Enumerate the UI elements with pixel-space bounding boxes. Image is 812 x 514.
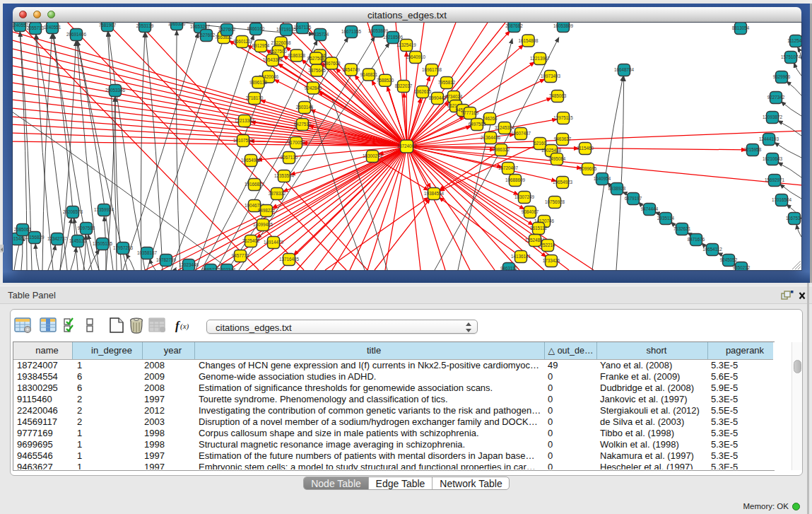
svg-text:3915463: 3915463 bbox=[13, 236, 26, 241]
svg-text:12023446: 12023446 bbox=[179, 262, 199, 267]
svg-text:9527508: 9527508 bbox=[307, 56, 325, 61]
svg-text:10543362: 10543362 bbox=[263, 57, 283, 62]
svg-text:9084067: 9084067 bbox=[522, 209, 539, 214]
svg-text:1615112: 1615112 bbox=[530, 226, 548, 230]
svg-text:9463112: 9463112 bbox=[500, 266, 518, 270]
svg-text:18724007: 18724007 bbox=[396, 144, 417, 148]
svg-text:12353594: 12353594 bbox=[274, 173, 295, 178]
svg-text:10756928: 10756928 bbox=[545, 199, 565, 204]
svg-text:10025438: 10025438 bbox=[541, 148, 562, 153]
svg-text:252214: 252214 bbox=[540, 243, 555, 247]
svg-text:19218506: 19218506 bbox=[383, 35, 404, 40]
svg-text:12213363: 12213363 bbox=[235, 118, 255, 123]
svg-text:12093872: 12093872 bbox=[763, 115, 783, 119]
svg-text:9329966: 9329966 bbox=[773, 74, 791, 79]
svg-text:1362615: 1362615 bbox=[414, 89, 432, 94]
svg-text:7588520: 7588520 bbox=[377, 78, 394, 83]
svg-text:8471676: 8471676 bbox=[688, 237, 705, 242]
svg-text:1202344: 1202344 bbox=[218, 267, 236, 270]
svg-text:20206578: 20206578 bbox=[63, 209, 83, 214]
svg-text:10782759: 10782759 bbox=[156, 257, 177, 262]
svg-text:746266: 746266 bbox=[482, 116, 498, 121]
svg-text:10654112: 10654112 bbox=[702, 247, 722, 252]
svg-text:9498222: 9498222 bbox=[258, 208, 276, 213]
svg-text:9465777: 9465777 bbox=[202, 267, 220, 270]
svg-text:10358187: 10358187 bbox=[137, 250, 158, 255]
svg-text:1527602: 1527602 bbox=[218, 27, 236, 32]
svg-text:2053139: 2053139 bbox=[136, 23, 154, 28]
svg-text:7835724: 7835724 bbox=[312, 32, 329, 37]
svg-text:8186328: 8186328 bbox=[288, 53, 305, 58]
svg-text:7485063: 7485063 bbox=[549, 93, 567, 98]
svg-text:62160: 62160 bbox=[534, 141, 546, 146]
svg-text:2603144: 2603144 bbox=[296, 105, 314, 110]
svg-text:1112547: 1112547 bbox=[787, 38, 801, 43]
svg-text:21364436: 21364436 bbox=[481, 135, 501, 140]
svg-text:10653267: 10653267 bbox=[190, 24, 211, 29]
svg-text:2087682: 2087682 bbox=[505, 23, 523, 28]
svg-text:8813054: 8813054 bbox=[732, 25, 750, 30]
svg-text:(x): (x) bbox=[180, 322, 189, 331]
svg-text:11325419: 11325419 bbox=[396, 42, 416, 47]
svg-text:17016504: 17016504 bbox=[772, 197, 792, 202]
svg-text:3878332: 3878332 bbox=[269, 191, 286, 196]
svg-text:15300273: 15300273 bbox=[363, 153, 383, 158]
svg-text:6734024: 6734024 bbox=[445, 94, 463, 99]
svg-text:14914479: 14914479 bbox=[264, 240, 284, 245]
svg-text:7495084: 7495084 bbox=[548, 156, 566, 161]
svg-text:15720407: 15720407 bbox=[498, 165, 519, 170]
svg-text:6099695: 6099695 bbox=[579, 166, 597, 171]
svg-text:9146821: 9146821 bbox=[360, 72, 378, 77]
svg-text:10607487: 10607487 bbox=[511, 131, 531, 136]
svg-text:1240551: 1240551 bbox=[44, 25, 61, 30]
svg-text:9777169: 9777169 bbox=[461, 110, 479, 115]
svg-text:6497508: 6497508 bbox=[469, 122, 486, 127]
svg-text:8466160: 8466160 bbox=[247, 26, 265, 31]
svg-text:9245052: 9245052 bbox=[720, 257, 738, 262]
svg-text:15751074: 15751074 bbox=[781, 54, 801, 59]
svg-text:8267130: 8267130 bbox=[281, 155, 298, 160]
svg-text:16648784: 16648784 bbox=[614, 67, 635, 72]
svg-text:10688609: 10688609 bbox=[505, 177, 526, 182]
svg-text:8660123: 8660123 bbox=[233, 39, 251, 44]
svg-text:19166827: 19166827 bbox=[245, 182, 265, 187]
svg-text:7986322: 7986322 bbox=[493, 147, 510, 152]
svg-text:7955812: 7955812 bbox=[438, 80, 456, 85]
svg-text:19384554: 19384554 bbox=[424, 191, 445, 196]
svg-text:16961758: 16961758 bbox=[422, 67, 442, 72]
svg-text:9350212: 9350212 bbox=[733, 265, 751, 270]
svg-text:12975115: 12975115 bbox=[553, 115, 573, 120]
svg-text:16053809: 16053809 bbox=[553, 23, 574, 28]
svg-text:3875645: 3875645 bbox=[308, 68, 326, 73]
svg-text:16154808: 16154808 bbox=[518, 38, 539, 43]
svg-text:7632621: 7632621 bbox=[673, 226, 691, 231]
svg-text:12444193: 12444193 bbox=[759, 136, 779, 141]
svg-text:8990443: 8990443 bbox=[429, 95, 447, 100]
svg-text:16053809: 16053809 bbox=[368, 28, 389, 33]
svg-text:8427512: 8427512 bbox=[294, 122, 312, 127]
svg-text:19654923: 19654923 bbox=[553, 180, 573, 185]
svg-text:9097588: 9097588 bbox=[78, 226, 95, 230]
svg-text:15692971: 15692971 bbox=[765, 177, 785, 182]
svg-text:9170052: 9170052 bbox=[288, 140, 305, 145]
svg-text:9527500: 9527500 bbox=[269, 49, 287, 54]
svg-text:14099485: 14099485 bbox=[253, 222, 273, 227]
svg-text:9474444: 9474444 bbox=[641, 206, 659, 211]
svg-text:1065326: 1065326 bbox=[168, 23, 186, 26]
svg-text:9227342: 9227342 bbox=[767, 95, 785, 100]
svg-text:8938928: 8938928 bbox=[608, 186, 626, 191]
svg-text:12505135: 12505135 bbox=[93, 241, 113, 246]
svg-text:14136141: 14136141 bbox=[511, 254, 531, 259]
svg-text:17957253: 17957253 bbox=[113, 245, 134, 250]
svg-text:16210643: 16210643 bbox=[763, 156, 783, 161]
svg-text:2718170: 2718170 bbox=[246, 95, 264, 100]
svg-text:18307249: 18307249 bbox=[514, 194, 535, 199]
svg-text:1527602: 1527602 bbox=[198, 33, 216, 37]
svg-text:12213967: 12213967 bbox=[530, 56, 551, 61]
svg-text:1145131: 1145131 bbox=[69, 238, 87, 243]
svg-text:9115460: 9115460 bbox=[577, 146, 594, 151]
svg-text:29053346: 29053346 bbox=[105, 88, 126, 93]
svg-text:7581907: 7581907 bbox=[99, 23, 117, 28]
svg-text:2867608: 2867608 bbox=[323, 61, 341, 66]
svg-text:6879197: 6879197 bbox=[625, 196, 642, 201]
